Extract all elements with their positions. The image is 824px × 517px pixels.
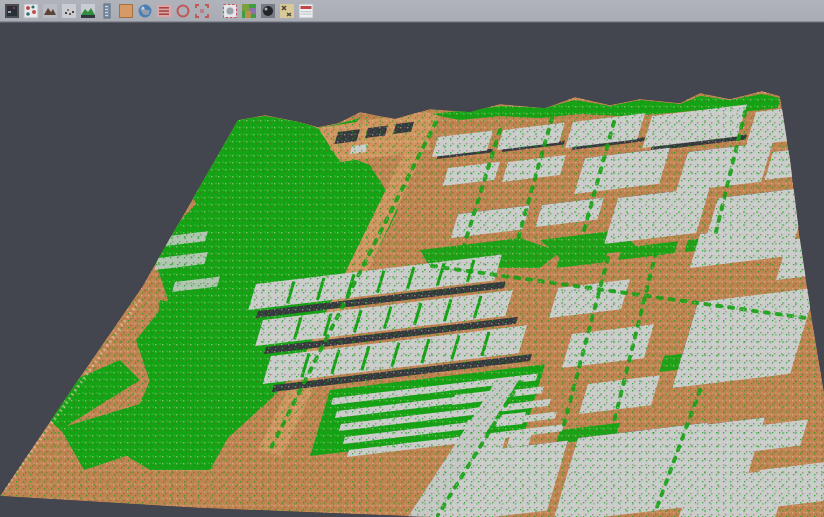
toolbar-button-point-dots[interactable] xyxy=(59,1,78,21)
toolbar-button-hillshade[interactable] xyxy=(40,1,59,21)
toolbar-button-ruler[interactable] xyxy=(97,1,116,21)
toolbar-button-sphere-view[interactable] xyxy=(258,1,277,21)
axes-cross-icon xyxy=(279,3,295,19)
ruler-icon xyxy=(99,3,115,19)
3d-viewport[interactable] xyxy=(0,22,824,517)
hillshade-icon xyxy=(42,3,58,19)
colored-points-icon xyxy=(23,3,39,19)
toolbar-button-globe[interactable] xyxy=(135,1,154,21)
point-cloud-scene xyxy=(0,22,824,517)
point-dots-icon xyxy=(61,3,77,19)
globe-icon xyxy=(137,3,153,19)
toolbar-button-flag-bar[interactable] xyxy=(296,1,315,21)
ortho-tile-icon xyxy=(118,3,134,19)
toolbar-button-ortho-tile[interactable] xyxy=(116,1,135,21)
toolbar-button-axes-cross[interactable] xyxy=(277,1,296,21)
dark-tile-icon xyxy=(4,3,20,19)
toolbar-button-target-circle[interactable] xyxy=(173,1,192,21)
toolbar-button-profile-lines[interactable] xyxy=(154,1,173,21)
toolbar-button-dark-tile[interactable] xyxy=(2,1,21,21)
classification-map-icon xyxy=(241,3,257,19)
roi-sphere-icon xyxy=(222,3,238,19)
toolbar-button-zoom-extent[interactable] xyxy=(192,1,211,21)
flag-bar-icon xyxy=(298,3,314,19)
terrain-icon xyxy=(80,3,96,19)
target-circle-icon xyxy=(175,3,191,19)
zoom-extent-icon xyxy=(194,3,210,19)
toolbar-button-roi-sphere[interactable] xyxy=(220,1,239,21)
toolbar-button-terrain[interactable] xyxy=(78,1,97,21)
toolbar xyxy=(0,0,824,22)
sphere-view-icon xyxy=(260,3,276,19)
profile-lines-icon xyxy=(156,3,172,19)
toolbar-button-classification-map[interactable] xyxy=(239,1,258,21)
toolbar-button-colored-points[interactable] xyxy=(21,1,40,21)
